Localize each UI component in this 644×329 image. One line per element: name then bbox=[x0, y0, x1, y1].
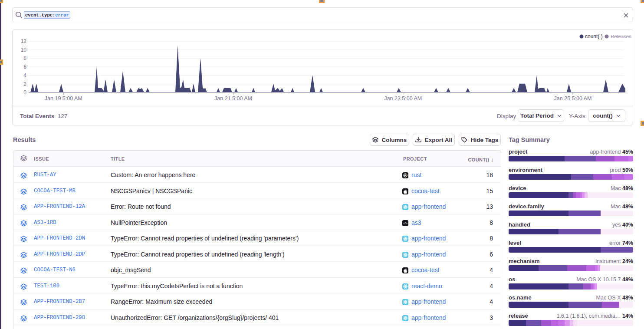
svg-text:12: 12 bbox=[21, 38, 27, 44]
svg-text:Jan 25 5:00 AM: Jan 25 5:00 AM bbox=[554, 95, 592, 102]
svg-text:6: 6 bbox=[23, 64, 26, 70]
svg-text:Jan 19 5:00 AM: Jan 19 5:00 AM bbox=[45, 95, 82, 102]
svg-text:</>: </> bbox=[403, 222, 408, 225]
svg-text:0: 0 bbox=[23, 89, 26, 95]
svg-text:Jan 23 5:00 AM: Jan 23 5:00 AM bbox=[384, 95, 422, 102]
svg-text:count( ): count( ) bbox=[585, 33, 603, 39]
svg-text:R: R bbox=[404, 174, 407, 178]
svg-text:Releases: Releases bbox=[611, 34, 631, 39]
svg-text:Jan 21 5:00 AM: Jan 21 5:00 AM bbox=[214, 95, 252, 102]
svg-text:4: 4 bbox=[23, 72, 26, 79]
svg-text:10: 10 bbox=[21, 47, 27, 53]
svg-text:2: 2 bbox=[23, 81, 26, 87]
svg-text:8: 8 bbox=[23, 55, 26, 61]
